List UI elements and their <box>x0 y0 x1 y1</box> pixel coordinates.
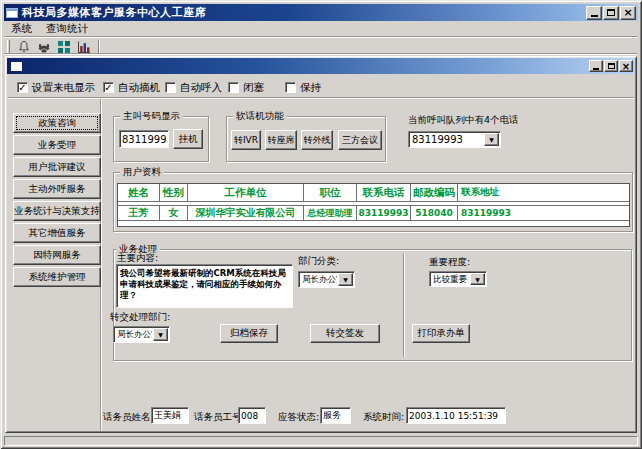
queue-selected-value: 83119993 <box>409 132 483 147</box>
bell-icon[interactable] <box>15 39 33 54</box>
sidebar-item-business-accept[interactable]: 业务受理 <box>13 135 101 155</box>
chevron-down-icon[interactable]: ▼ <box>484 133 499 146</box>
cell-name: 王芳 <box>118 206 160 220</box>
toolbar-grip <box>7 40 10 53</box>
minimize-icon <box>591 15 598 17</box>
toolbar <box>4 38 638 55</box>
hangup-button[interactable]: 挂机 <box>173 129 203 149</box>
caller-number-input[interactable] <box>119 130 169 148</box>
chevron-down-icon[interactable]: ▼ <box>153 328 168 341</box>
print-form-button[interactable]: 打印承办单 <box>412 324 470 343</box>
transfer-ivr-button[interactable]: 转IVR <box>231 130 261 150</box>
dept-category-label: 部门分类: <box>298 255 339 268</box>
col-postcode: 邮政编码 <box>411 184 458 201</box>
operator-name-input[interactable] <box>151 407 189 424</box>
chevron-down-icon[interactable]: ▼ <box>338 273 353 286</box>
window-title: 科技局多媒体客户服务中心人工座席 <box>22 5 206 20</box>
col-position: 职位 <box>304 184 357 201</box>
col-work-unit: 工作单位 <box>188 184 304 201</box>
menu-system[interactable]: 系统 <box>4 21 39 39</box>
transfer-dept-dropdown[interactable]: 局长办公室 ▼ <box>113 326 170 343</box>
answer-status-label: 应答状态: <box>278 411 319 424</box>
menubar: 系统 查询统计 <box>4 21 638 38</box>
close-button[interactable]: × <box>620 6 636 20</box>
sidebar-item-value-added[interactable]: 其它增值服务 <box>13 223 101 243</box>
transfer-dept-label: 转交处理部门: <box>110 311 170 324</box>
maximize-button[interactable] <box>603 6 619 20</box>
checkbox-hold[interactable]: 保持 <box>285 81 321 94</box>
chevron-down-icon[interactable]: ▼ <box>470 273 485 285</box>
system-time-label: 系统时间: <box>363 411 404 424</box>
child-minimize-button[interactable] <box>589 60 603 72</box>
maximize-icon <box>608 63 615 69</box>
dept-selected-value: 局长办公室 <box>299 272 337 287</box>
checkbox-label: 自动摘机 <box>118 81 160 95</box>
sidebar-item-user-feedback[interactable]: 用户批评建议 <box>13 157 101 177</box>
status-bar <box>4 436 638 446</box>
checkbox-box[interactable] <box>285 82 296 93</box>
checkbox-auto-answer[interactable]: 自动摘机 <box>103 81 160 94</box>
close-icon: × <box>622 62 630 71</box>
cell-address: 83119993 <box>458 206 629 220</box>
group-label: 用户资料 <box>120 166 164 179</box>
checkbox-label: 设置来电显示 <box>32 81 95 95</box>
dept-category-dropdown[interactable]: 局长办公室 ▼ <box>298 271 355 288</box>
sidebar-item-outbound-service[interactable]: 主动外呼服务 <box>13 179 101 199</box>
importance-label: 重要程度: <box>429 256 470 269</box>
checkbox-box[interactable] <box>228 82 239 93</box>
checkbox-box[interactable] <box>17 82 28 93</box>
user-info-table: 姓名 性别 工作单位 职位 联系电话 邮政编码 联系地址 王芳 女 深圳华宇实业… <box>117 183 630 227</box>
cell-position: 总经理助理 <box>304 206 357 220</box>
table-row[interactable]: 王芳 女 深圳华宇实业有限公司 总经理助理 83119993 518040 83… <box>118 205 629 221</box>
group-label: 主叫号码显示 <box>120 110 183 123</box>
grid-icon[interactable] <box>55 39 73 54</box>
close-icon: × <box>623 8 632 18</box>
sidebar-item-internet-service[interactable]: 因特网服务 <box>13 245 101 265</box>
cell-phone: 83119993 <box>357 206 411 220</box>
maximize-icon <box>607 9 615 16</box>
sidebar-item-system-maintenance[interactable]: 系统维护管理 <box>13 267 101 287</box>
titlebar: 科技局多媒体客户服务中心人工座席 × <box>4 4 638 21</box>
three-way-conference-button[interactable]: 三方会议 <box>338 130 382 150</box>
bar-chart-icon[interactable] <box>75 39 93 54</box>
transfer-agent-button[interactable]: 转座席 <box>265 130 297 150</box>
cell-work-unit: 深圳华宇实业有限公司 <box>188 206 304 220</box>
cell-postcode: 518040 <box>411 206 458 220</box>
checkbox-label: 闭塞 <box>243 81 264 95</box>
col-gender: 性别 <box>160 184 188 201</box>
group-label: 软话机功能 <box>233 110 287 123</box>
col-phone: 联系电话 <box>357 184 411 201</box>
app-icon <box>6 8 18 18</box>
checkbox-caller-id-display[interactable]: 设置来电显示 <box>17 81 95 94</box>
checkbox-label: 保持 <box>300 81 321 95</box>
archive-save-button[interactable]: 归档保存 <box>220 324 278 343</box>
queue-dropdown[interactable]: 83119993 ▼ <box>408 131 501 148</box>
child-titlebar: × <box>7 58 635 74</box>
queue-status-label: 当前呼叫队列中有4个电话 <box>408 114 519 127</box>
transfer-outside-button[interactable]: 转外线 <box>301 130 333 150</box>
system-time-input[interactable] <box>406 407 506 424</box>
answer-status-input[interactable] <box>320 407 351 424</box>
sidebar-item-stats-decision[interactable]: 业务统计与决策支持 <box>13 201 101 221</box>
child-maximize-button[interactable] <box>604 60 618 72</box>
group-inner-divider <box>403 253 405 357</box>
forward-issue-button[interactable]: 转交签发 <box>310 324 380 343</box>
menu-query-stats[interactable]: 查询统计 <box>39 21 95 39</box>
importance-dropdown[interactable]: 比较重要 ▼ <box>429 271 487 287</box>
minimize-button[interactable] <box>586 6 602 20</box>
operator-id-input[interactable] <box>238 407 266 424</box>
checkbox-box[interactable] <box>103 82 114 93</box>
toolbar-separator <box>98 40 100 53</box>
app-window: 科技局多媒体客户服务中心人工座席 × 系统 查询统计 <box>0 0 642 449</box>
checkbox-block[interactable]: 闭塞 <box>228 81 264 94</box>
sidebar-item-policy-consult[interactable]: 政策咨询 <box>13 113 101 133</box>
checkbox-label: 自动呼入 <box>180 81 222 95</box>
main-content-textarea[interactable]: 我公司希望将最新研制的CRM系统在科技局申请科技成果鉴定，请问相应的手续如何办理… <box>116 264 293 308</box>
phone-icon[interactable] <box>35 39 53 54</box>
checkbox-box[interactable] <box>165 82 176 93</box>
child-close-button[interactable]: × <box>619 60 633 72</box>
col-address: 联系地址 <box>458 184 629 201</box>
checkbox-auto-call-in[interactable]: 自动呼入 <box>165 81 222 94</box>
col-name: 姓名 <box>118 184 160 201</box>
minimize-icon <box>593 68 599 70</box>
